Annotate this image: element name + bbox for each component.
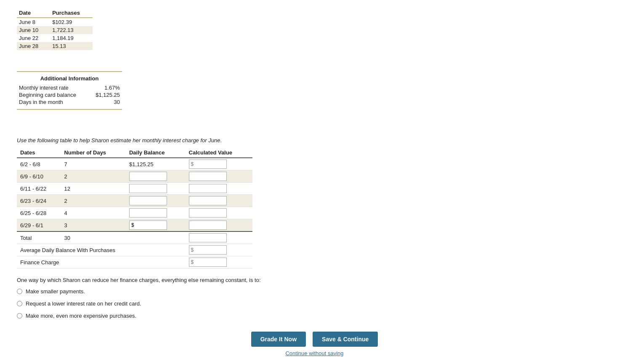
calc-daily-balance-cell[interactable] xyxy=(126,219,186,232)
calc-value-cell[interactable] xyxy=(186,183,252,195)
additional-info-label: Days in the month xyxy=(19,99,63,105)
total-empty-balance xyxy=(126,231,186,244)
instruction-text: Use the following table to help Sharon e… xyxy=(17,137,612,143)
purchases-amount-header: Purchases xyxy=(50,8,93,18)
additional-info-section: Additional Information Monthly interest … xyxy=(17,71,122,110)
calc-value-cell[interactable] xyxy=(186,207,252,219)
purchases-date-cell: June 10 xyxy=(17,26,50,34)
grade-it-now-button[interactable]: Grade It Now xyxy=(251,332,306,347)
calc-days-cell: 7 xyxy=(61,158,126,170)
additional-info-row: Days in the month30 xyxy=(17,98,122,106)
calc-header: Calculated Value xyxy=(186,148,252,158)
purchases-date-cell: June 8 xyxy=(17,18,50,26)
calc-header: Daily Balance xyxy=(126,148,186,158)
mc-option-item: Request a lower interest rate on her cre… xyxy=(17,300,612,307)
calc-value-cell[interactable] xyxy=(186,158,252,170)
calculated-value-input[interactable] xyxy=(189,221,227,230)
mc-option-item: Make smaller payments. xyxy=(17,288,612,295)
calculated-value-input[interactable] xyxy=(189,208,227,218)
calc-daily-balance-cell[interactable] xyxy=(126,170,186,183)
calculated-value-input[interactable] xyxy=(189,184,227,193)
purchases-date-cell: June 28 xyxy=(17,42,50,50)
purchases-amount-cell: 15.13 xyxy=(50,42,93,50)
mc-option-item: Make more, even more expensive purchases… xyxy=(17,313,612,319)
calc-dates-cell: 6/9 - 6/10 xyxy=(17,170,61,183)
total-calc-input-cell[interactable] xyxy=(186,231,252,244)
total-days: 30 xyxy=(61,231,126,244)
avg-daily-balance-input-cell[interactable] xyxy=(186,244,252,256)
calc-header: Number of Days xyxy=(61,148,126,158)
mc-intro-text: One way by which Sharon can reduce her f… xyxy=(17,277,612,283)
purchases-amount-cell: $102.39 xyxy=(50,18,93,26)
continue-without-saving-button[interactable]: Continue without saving xyxy=(285,350,343,356)
calc-dates-cell: 6/2 - 6/8 xyxy=(17,158,61,170)
calc-table: DatesNumber of DaysDaily BalanceCalculat… xyxy=(17,148,252,268)
additional-info-value: 1.67% xyxy=(104,85,120,91)
mc-option-label: Make smaller payments. xyxy=(26,288,85,295)
calc-days-cell: 12 xyxy=(61,183,126,195)
additional-info-title: Additional Information xyxy=(17,75,122,82)
mc-option-label: Request a lower interest rate on her cre… xyxy=(26,300,141,307)
calc-daily-balance-cell: $1,125.25 xyxy=(126,158,186,170)
avg-daily-balance-label: Average Daily Balance With Purchases xyxy=(17,244,186,256)
calc-value-cell[interactable] xyxy=(186,219,252,232)
total-label: Total xyxy=(17,231,61,244)
purchases-date-header: Date xyxy=(17,8,50,18)
finance-charge-input[interactable] xyxy=(189,258,227,267)
total-calculated-input[interactable] xyxy=(189,233,227,242)
calc-dates-cell: 6/25 - 6/28 xyxy=(17,207,61,219)
purchases-date-cell: June 22 xyxy=(17,34,50,42)
calc-daily-balance-cell[interactable] xyxy=(126,207,186,219)
calc-daily-balance-cell[interactable] xyxy=(126,195,186,207)
daily-balance-input[interactable] xyxy=(129,196,167,205)
calculated-value-input[interactable] xyxy=(189,172,227,181)
purchases-amount-cell: 1,184.19 xyxy=(50,34,93,42)
additional-info-label: Beginning card balance xyxy=(19,92,76,98)
daily-balance-input[interactable] xyxy=(129,172,167,181)
mc-option-label: Make more, even more expensive purchases… xyxy=(26,313,136,319)
mc-radio-0[interactable] xyxy=(17,289,22,294)
daily-balance-input[interactable] xyxy=(129,184,167,193)
mc-radio-1[interactable] xyxy=(17,301,22,306)
button-section: Grade It Now Save & Continue Continue wi… xyxy=(17,332,612,356)
daily-balance-input[interactable] xyxy=(129,221,167,230)
calculated-value-input[interactable] xyxy=(189,196,227,205)
additional-info-value: $1,125.25 xyxy=(96,92,120,98)
calc-value-cell[interactable] xyxy=(186,195,252,207)
calc-header: Dates xyxy=(17,148,61,158)
calc-days-cell: 2 xyxy=(61,170,126,183)
primary-buttons: Grade It Now Save & Continue xyxy=(251,332,378,347)
avg-daily-balance-input[interactable] xyxy=(189,245,227,255)
calc-days-cell: 3 xyxy=(61,219,126,232)
calculated-value-input[interactable] xyxy=(189,159,227,169)
purchases-amount-cell: 1,722.13 xyxy=(50,26,93,34)
save-continue-button[interactable]: Save & Continue xyxy=(313,332,378,347)
mc-radio-2[interactable] xyxy=(17,313,22,319)
additional-info-value: 30 xyxy=(114,99,120,105)
additional-info-label: Monthly interest rate xyxy=(19,85,69,91)
finance-charge-input-cell[interactable] xyxy=(186,256,252,268)
finance-charge-label: Finance Charge xyxy=(17,256,186,268)
purchases-table: Date Purchases June 8$102.39June 101,722… xyxy=(17,8,93,50)
calc-daily-balance-cell[interactable] xyxy=(126,183,186,195)
mc-section: One way by which Sharon can reduce her f… xyxy=(17,277,612,319)
calc-days-cell: 2 xyxy=(61,195,126,207)
daily-balance-input[interactable] xyxy=(129,208,167,218)
calc-value-cell[interactable] xyxy=(186,170,252,183)
additional-info-row: Monthly interest rate1.67% xyxy=(17,84,122,91)
calc-dates-cell: 6/11 - 6/22 xyxy=(17,183,61,195)
calc-days-cell: 4 xyxy=(61,207,126,219)
calc-dates-cell: 6/23 - 6/24 xyxy=(17,195,61,207)
calc-dates-cell: 6/29 - 6/1 xyxy=(17,219,61,232)
additional-info-row: Beginning card balance$1,125.25 xyxy=(17,91,122,98)
